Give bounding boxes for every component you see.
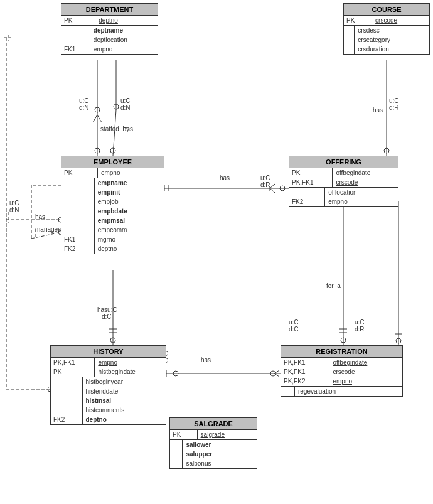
sal-pk-key: PK [170,430,198,439]
off-f2-field: empno [325,197,398,206]
hist-f1-key [51,377,83,387]
hist-pk2-key: PK [51,367,95,377]
sal-f1-key [170,440,183,449]
dept-f3-field: empno [90,45,158,54]
entity-department: DEPARTMENT PK deptno deptname deptlocati… [61,3,158,55]
svg-line-18 [93,115,97,122]
hist-f5-field: deptno [83,415,166,424]
label-has-hist-reg: has [201,357,211,363]
label-manages: manages [35,226,61,233]
svg-point-38 [110,338,115,343]
emp-pk-key: PK [61,168,98,178]
entity-history-pk-section: PK,FK1 empno PK histbegindate [51,358,166,377]
emp-f7-field: mgrno [95,235,164,244]
entity-course-pk-section: PK crscode [344,16,429,26]
label-dr-for-a2: d:R [355,326,365,333]
entity-offering-fields-section: offlocation FK2 empno [289,188,398,206]
svg-point-21 [95,148,100,153]
label-uc-for-a: u:C [289,319,299,326]
dept-pk-field: deptno [95,16,158,25]
svg-point-34 [384,148,389,153]
sal-f2-key [170,449,183,459]
hist-f4-field: histcomments [83,405,166,415]
label-dn-dept2: d:N [79,104,89,111]
reg-pk3-field: empno [329,377,402,386]
off-pk1-field: offbegindate [333,168,398,178]
course-f2-key [344,35,355,45]
entity-employee-fields-section: empname empinit empjob empbdate empmsal … [61,178,164,254]
label-hasu-c: hasu:C [97,306,117,313]
diagram-container: u:C d:N staffed_by has u:C d:N has manag… [0,0,433,504]
label-has-emp-off: has [220,174,230,181]
emp-f1-field: empname [95,178,164,188]
entity-offering-pk-section: PK offbegindate PK,FK1 crscode [289,168,398,188]
hist-f3-key [51,396,83,405]
sal-f3-field: salbonus [183,459,257,468]
off-pk1-key: PK [289,168,333,178]
label-has-left: has [35,213,45,220]
svg-line-44 [274,370,279,373]
entity-course-title: COURSE [344,4,429,16]
svg-point-42 [173,371,178,376]
dept-pk-key: PK [61,16,95,25]
dept-f2-field: deptlocation [90,35,158,45]
course-f1-key [344,26,355,35]
sal-f2-field: salupper [183,449,257,459]
hist-f3-field: histmsal [83,396,166,405]
entity-salgrade: SALGRADE PK salgrade sallower salupper s… [169,417,257,469]
course-pk-key: PK [344,16,372,25]
label-uc-manages: u:C [9,200,19,206]
entity-history-fields-section: histbeginyear histenddate histmsal histc… [51,377,166,424]
hist-f4-key [51,405,83,415]
entity-employee-title: EMPLOYEE [61,156,164,168]
off-pk2-key: PK,FK1 [289,178,333,187]
emp-f4-field: empbdate [95,206,164,216]
entity-registration-pk-section: PK,FK1 offbegindate PK,FK1 crscode PK,FK… [281,358,402,387]
svg-point-31 [280,186,285,191]
emp-f3-field: empjob [95,197,164,206]
label-uc-off: u:C [260,174,270,181]
label-uc-dept2: u:C [79,97,89,104]
svg-point-49 [396,338,401,343]
entity-salgrade-fields-section: sallower salupper salbonus [170,440,257,468]
dept-f1-key [61,26,90,35]
svg-line-19 [97,115,102,122]
entity-registration-fields-section: regevaluation [281,387,402,396]
label-dr-off: d:R [260,181,270,188]
label-dr-course: d:R [389,104,399,111]
svg-point-35 [341,338,346,343]
sal-f3-key [170,459,183,468]
entity-offering: OFFERING PK offbegindate PK,FK1 crscode … [289,156,398,207]
label-for-a: for_a [326,282,341,289]
course-pk-field: crscode [372,16,429,25]
emp-f1-key [61,178,95,188]
dept-f3-key: FK1 [61,45,90,54]
svg-line-45 [274,373,279,377]
hist-f5-key: FK2 [51,415,83,424]
entity-salgrade-title: SALGRADE [170,418,257,430]
entity-history-title: HISTORY [51,346,166,358]
sal-pk-field: salgrade [198,430,257,439]
svg-point-20 [114,104,119,109]
hist-f1-field: histbeginyear [83,377,166,387]
svg-point-17 [95,107,100,112]
entity-course-fields-section: crsdesc crscategory crsduration [344,26,429,54]
svg-line-3 [113,110,116,156]
reg-pk1-field: offbegindate [329,358,402,367]
entity-department-title: DEPARTMENT [61,4,158,16]
entity-course: COURSE PK crscode crsdesc crscategory cr… [343,3,430,55]
reg-f1-key [281,387,295,396]
emp-f4-key [61,206,95,216]
course-f3-key [344,45,355,54]
emp-f8-key: FK2 [61,244,95,254]
emp-pk-field: empno [98,168,164,178]
entity-registration-title: REGISTRATION [281,346,402,358]
entity-history: HISTORY PK,FK1 empno PK histbegindate hi… [50,345,166,425]
emp-f8-field: deptno [95,244,164,254]
dept-f2-key [61,35,90,45]
reg-pk2-field: crscode [329,367,402,377]
emp-f6-key [61,225,95,235]
off-f1-key [289,188,325,197]
reg-pk2-key: PK,FK1 [281,367,329,377]
course-f3-field: crsduration [355,45,429,54]
